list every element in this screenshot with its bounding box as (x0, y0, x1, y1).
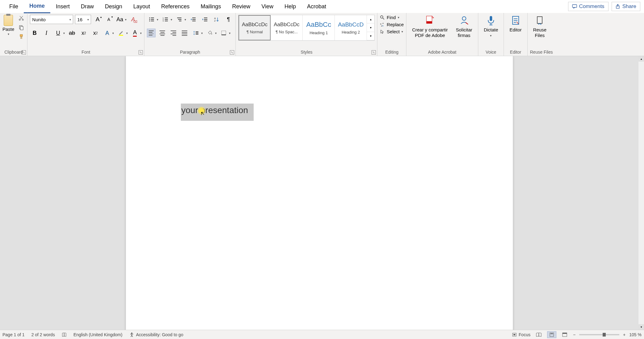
tab-review[interactable]: Review (226, 0, 256, 13)
styles-expand[interactable]: ▾ (367, 32, 374, 40)
highlight-button[interactable]: ▾ (116, 28, 128, 38)
clear-formatting-button[interactable]: A⌫ (128, 15, 138, 24)
vertical-scrollbar[interactable]: ▴ ▾ (638, 56, 644, 330)
editor-button[interactable]: Editor (506, 15, 525, 33)
focus-button[interactable]: Focus (512, 332, 530, 337)
align-justify-button[interactable] (180, 29, 189, 37)
reuse-files-button[interactable]: Reuse Files (530, 15, 550, 38)
paragraph-launcher[interactable]: ⤡ (230, 50, 234, 55)
svg-point-45 (131, 333, 132, 334)
align-center-button[interactable] (158, 29, 167, 37)
style-no-spacing[interactable]: AaBbCcDc ¶ No Spac... (271, 15, 303, 40)
multilevel-list-button[interactable]: ▾ (175, 15, 186, 24)
create-pdf-button[interactable]: Crear y compartir PDF de Adobe (409, 15, 451, 38)
show-marks-button[interactable]: ¶ (224, 15, 233, 24)
spell-check-button[interactable] (62, 332, 67, 337)
tab-insert[interactable]: Insert (50, 0, 75, 13)
tab-view[interactable]: View (256, 0, 279, 13)
align-left-button[interactable] (147, 29, 156, 37)
share-button[interactable]: Share (612, 2, 640, 11)
dictate-button[interactable]: Dictate ▾ (481, 15, 501, 37)
font-size-select[interactable]: 16 ▾ (75, 15, 91, 24)
bold-button[interactable]: B (30, 28, 39, 38)
editing-group-label: Editing (380, 49, 404, 55)
line-spacing-button[interactable]: ▾ (191, 28, 203, 38)
strikethrough-button[interactable]: ab (67, 28, 77, 38)
page-status[interactable]: Page 1 of 1 (2, 332, 25, 337)
style-preview: AaBbCcD (338, 21, 364, 28)
decrease-indent-button[interactable] (189, 15, 198, 24)
zoom-value[interactable]: 105 % (629, 332, 642, 337)
svg-text:a: a (380, 23, 381, 25)
zoom-in-button[interactable]: + (623, 332, 625, 337)
tab-help[interactable]: Help (279, 0, 301, 13)
selected-text[interactable]: your presentation (181, 104, 254, 121)
tab-file[interactable]: File (4, 0, 24, 13)
borders-button[interactable]: ▾ (219, 28, 231, 38)
tab-mailings[interactable]: Mailings (195, 0, 226, 13)
page[interactable]: your presentation ↖ (126, 56, 513, 330)
comments-button[interactable]: Comments (568, 2, 608, 11)
clipboard-launcher[interactable]: ⤡ (22, 50, 26, 55)
tab-design[interactable]: Design (99, 0, 128, 13)
align-right-button[interactable] (169, 29, 178, 37)
replace-button[interactable]: ab Replace (380, 22, 404, 27)
web-layout-button[interactable] (560, 331, 569, 338)
tab-home[interactable]: Home (24, 0, 50, 13)
scroll-up-button[interactable]: ▴ (638, 56, 644, 62)
font-family-select[interactable]: Nunito ▾ (30, 15, 73, 24)
language-status[interactable]: English (United Kingdom) (73, 332, 123, 337)
bullets-button[interactable]: ▾ (147, 15, 158, 24)
editor-icon (510, 15, 521, 26)
style-heading1[interactable]: AaBbCc Heading 1 (303, 15, 335, 40)
styles-scroll-up[interactable]: ▴ (367, 15, 374, 23)
styles-scroll-down[interactable]: ▾ (367, 23, 374, 32)
find-button[interactable]: Find ▾ (380, 15, 404, 20)
select-button[interactable]: Select ▾ (380, 29, 404, 34)
copy-button[interactable] (18, 24, 25, 31)
group-editing: Find ▾ ab Replace Select ▾ Editing (377, 13, 406, 56)
accessibility-status[interactable]: Accessibility: Good to go (129, 332, 183, 337)
style-normal[interactable]: AaBbCcDc ¶ Normal (239, 15, 271, 40)
font-group-label: Font (30, 49, 142, 55)
style-heading2[interactable]: AaBbCcD Heading 2 (335, 15, 367, 40)
font-launcher[interactable]: ⤡ (139, 50, 143, 55)
create-pdf-label: Crear y compartir PDF de Adobe (412, 27, 448, 38)
document-area[interactable]: your presentation ↖ (0, 56, 638, 330)
zoom-out-button[interactable]: − (573, 332, 575, 337)
status-bar: Page 1 of 1 2 of 2 words English (United… (0, 330, 644, 339)
request-signatures-button[interactable]: Solicitar firmas (453, 15, 475, 38)
print-layout-icon (549, 333, 555, 337)
tab-references[interactable]: References (156, 0, 195, 13)
svg-rect-13 (151, 21, 154, 21)
increase-indent-button[interactable] (200, 15, 210, 24)
grow-font-button[interactable]: A▴ (93, 15, 102, 24)
cut-button[interactable] (18, 15, 25, 22)
svg-rect-33 (196, 34, 198, 35)
scroll-down-button[interactable]: ▾ (638, 324, 644, 330)
read-icon (536, 333, 542, 337)
comments-label: Comments (579, 3, 604, 10)
tab-layout[interactable]: Layout (128, 0, 156, 13)
shrink-font-button[interactable]: A▾ (104, 15, 113, 24)
numbering-button[interactable]: 123▾ (161, 15, 172, 24)
word-count[interactable]: 2 of 2 words (31, 332, 55, 337)
font-color-button[interactable]: A▾ (130, 28, 142, 38)
sort-button[interactable]: AZ (212, 15, 221, 24)
underline-button[interactable]: U▾ (53, 28, 65, 38)
tab-draw[interactable]: Draw (75, 0, 99, 13)
tab-acrobat[interactable]: Acrobat (301, 0, 332, 13)
zoom-slider[interactable] (579, 334, 619, 335)
change-case-button[interactable]: Aa▾ (115, 15, 127, 24)
shading-button[interactable]: ▾ (205, 28, 217, 38)
format-painter-button[interactable] (18, 33, 25, 40)
zoom-thumb[interactable] (603, 333, 606, 337)
styles-launcher[interactable]: ⤡ (372, 50, 376, 55)
superscript-button[interactable]: x2 (91, 28, 100, 38)
read-mode-button[interactable] (534, 331, 543, 338)
subscript-button[interactable]: x2 (79, 28, 88, 38)
text-effects-button[interactable]: A▾ (102, 28, 114, 38)
italic-button[interactable]: I (42, 28, 51, 38)
paste-button[interactable]: Paste ▾ (2, 15, 14, 36)
print-layout-button[interactable] (547, 331, 556, 338)
